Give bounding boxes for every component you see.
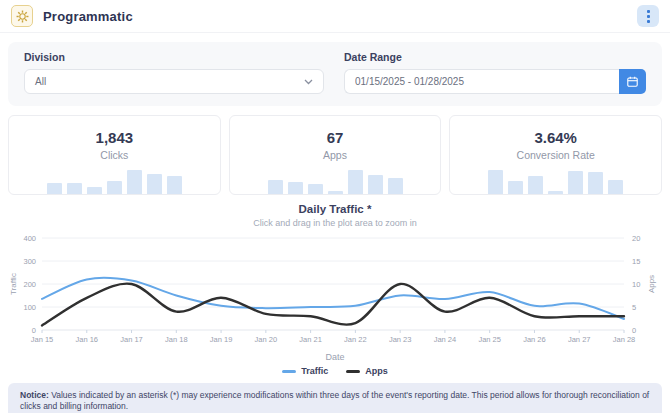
kebab-menu-button[interactable]: [637, 5, 659, 27]
right-axis-tick-label: 10: [632, 280, 640, 289]
apps-sparkline: [230, 170, 441, 194]
sparkline-bar: [348, 170, 363, 194]
legend-label: Apps: [365, 366, 388, 376]
x-axis-tick-label: Jan 26: [523, 335, 546, 344]
sparkline-bar: [288, 182, 303, 194]
sparkline-bar: [548, 191, 563, 194]
right-axis-tick-label: 20: [632, 234, 640, 243]
sparkline-bar: [87, 187, 102, 194]
x-axis-tick-label: Jan 22: [344, 335, 367, 344]
left-axis-tick-label: 100: [23, 303, 36, 312]
sparkline-bar: [308, 184, 323, 194]
sparkline-bar: [147, 174, 162, 194]
chart-title: Daily Traffic *: [0, 203, 670, 215]
sparkline-bar: [608, 180, 623, 194]
sparkline-bar: [388, 178, 403, 194]
legend-marker: [282, 370, 296, 373]
left-axis-tick-label: 0: [32, 326, 36, 335]
gear-icon: [16, 10, 29, 23]
filter-panel: Division All Date Range: [8, 42, 662, 106]
apps-value: 67: [230, 129, 441, 146]
kebab-dot-icon: [647, 15, 650, 18]
left-axis-tick-label: 400: [23, 234, 36, 243]
notice-banner: Notice: Values indicated by an asterisk …: [8, 383, 662, 413]
sparkline-bar: [167, 176, 182, 194]
clicks-value: 1,843: [9, 129, 220, 146]
left-axis-tick-label: 200: [23, 280, 36, 289]
conversion-rate-value: 3.64%: [450, 129, 661, 146]
calendar-button[interactable]: [619, 69, 646, 94]
legend-item-apps[interactable]: Apps: [346, 366, 388, 376]
stat-card-conversion-rate: 3.64% Conversion Rate: [449, 115, 662, 195]
date-range-label: Date Range: [344, 51, 646, 63]
x-axis-tick-label: Jan 18: [165, 335, 188, 344]
division-selected-value: All: [35, 76, 46, 87]
stat-cards-row: 1,843 Clicks 67 Apps 3.64% Conversion Ra…: [8, 115, 662, 195]
clicks-label: Clicks: [9, 149, 220, 161]
sparkline-bar: [588, 172, 603, 194]
division-select[interactable]: All: [24, 69, 324, 94]
calendar-icon: [627, 76, 638, 87]
sparkline-bar: [528, 176, 543, 194]
x-axis-title: Date: [0, 352, 670, 362]
kebab-dot-icon: [647, 20, 650, 23]
stat-card-apps: 67 Apps: [229, 115, 442, 195]
sparkline-bar: [508, 181, 523, 194]
sparkline-bar: [107, 181, 122, 194]
legend-item-traffic[interactable]: Traffic: [282, 366, 328, 376]
x-axis-tick-label: Jan 19: [210, 335, 233, 344]
clicks-sparkline: [9, 170, 220, 194]
programmatic-app-icon: [11, 5, 33, 27]
sparkline-bar: [67, 183, 82, 194]
legend-label: Traffic: [301, 366, 328, 376]
x-axis-tick-label: Jan 16: [76, 335, 99, 344]
legend-marker: [346, 370, 360, 373]
conversion-rate-sparkline: [450, 170, 661, 194]
chart-plot-area[interactable]: 001005200103001540020Jan 15Jan 16Jan 17J…: [8, 230, 662, 352]
x-axis-tick-label: Jan 28: [613, 335, 636, 344]
stat-card-clicks: 1,843 Clicks: [8, 115, 221, 195]
x-axis-tick-label: Jan 23: [389, 335, 412, 344]
left-axis-title: Traffic: [9, 273, 18, 295]
sparkline-bar: [268, 180, 283, 194]
page-title: Programmatic: [43, 9, 133, 24]
apps-label: Apps: [230, 149, 441, 161]
sparkline-bar: [47, 183, 62, 194]
notice-prefix: Notice:: [20, 390, 49, 400]
series-line-apps: [42, 284, 624, 326]
sparkline-bar: [368, 175, 383, 194]
sparkline-bar: [568, 171, 583, 194]
division-label: Division: [24, 51, 324, 63]
header: Programmatic: [0, 0, 670, 33]
left-axis-tick-label: 300: [23, 257, 36, 266]
notice-body: Values indicated by an asterisk (*) may …: [20, 390, 649, 411]
x-axis-tick-label: Jan 25: [478, 335, 501, 344]
kebab-dot-icon: [647, 10, 650, 13]
right-axis-title: Apps: [647, 275, 656, 293]
chevron-down-icon: [304, 79, 313, 85]
x-axis-tick-label: Jan 21: [299, 335, 322, 344]
sparkline-bar: [127, 170, 142, 194]
x-axis-tick-label: Jan 15: [31, 335, 54, 344]
x-axis-tick-label: Jan 20: [255, 335, 278, 344]
chart-subtitle: Click and drag in the plot area to zoom …: [0, 218, 670, 228]
daily-traffic-chart: Daily Traffic * Click and drag in the pl…: [0, 203, 670, 376]
right-axis-tick-label: 0: [632, 326, 636, 335]
date-range-input[interactable]: [344, 69, 619, 94]
right-axis-tick-label: 5: [632, 303, 636, 312]
conversion-rate-label: Conversion Rate: [450, 149, 661, 161]
right-axis-tick-label: 15: [632, 257, 640, 266]
x-axis-tick-label: Jan 17: [120, 335, 143, 344]
x-axis-tick-label: Jan 24: [434, 335, 457, 344]
chart-legend: TrafficApps: [0, 366, 670, 376]
x-axis-tick-label: Jan 27: [568, 335, 591, 344]
sparkline-bar: [328, 191, 343, 194]
sparkline-bar: [488, 170, 503, 194]
